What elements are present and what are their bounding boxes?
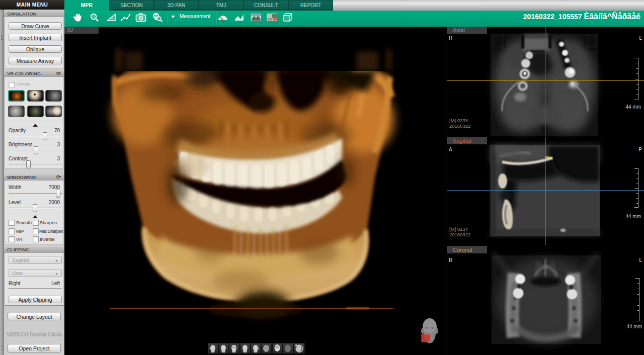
svg-text:R: R [449,257,452,263]
svg-text:Coronal: Coronal [453,247,472,253]
svg-text:44 mm: 44 mm [626,324,642,329]
svg-text:Axial: Axial [453,27,465,33]
svg-text:44 mm: 44 mm [625,104,641,110]
svg-text:L: L [639,35,642,41]
svg-text:20160322: 20160322 [449,123,470,129]
svg-text:[M] 023Y: [M] 023Y [449,226,469,232]
svg-text:L: L [639,257,642,263]
svg-text:P: P [638,147,642,152]
svg-text:A: A [449,147,452,152]
svg-text:44 mm: 44 mm [625,214,641,219]
svg-text:R: R [449,35,452,41]
svg-text:20160322: 20160322 [449,232,470,237]
svg-text:[M] 023Y: [M] 023Y [449,118,469,123]
svg-text:Sagittal: Sagittal [453,138,471,144]
